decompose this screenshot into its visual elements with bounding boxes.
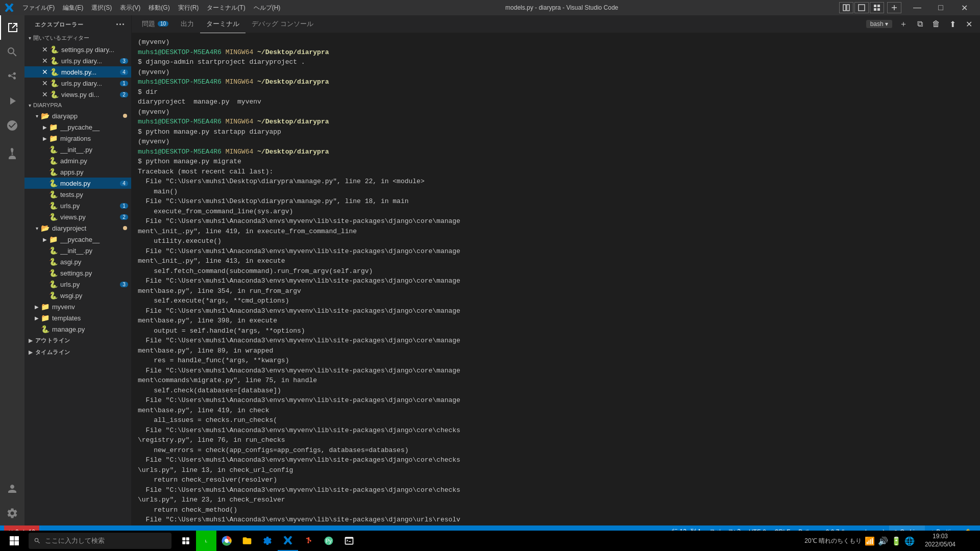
maximize-panel-button[interactable]: ⬆ bbox=[945, 17, 960, 31]
new-terminal-button[interactable]: ＋ bbox=[896, 17, 911, 31]
tree-init2[interactable]: 🐍 __init__.py bbox=[24, 245, 131, 256]
activity-account[interactable] bbox=[0, 477, 24, 501]
tree-init1[interactable]: 🐍 __init__.py bbox=[24, 144, 131, 155]
layout-icon-2[interactable] bbox=[854, 2, 869, 13]
activity-testing[interactable] bbox=[0, 142, 24, 166]
tree-admin[interactable]: 🐍 admin.py bbox=[24, 155, 131, 166]
tab-terminal[interactable]: ターミナル bbox=[200, 15, 246, 33]
tree-diaryproject[interactable]: ▾ 📂 diaryproject bbox=[24, 222, 131, 234]
tree-migrations[interactable]: ▶ 📁 migrations bbox=[24, 133, 131, 144]
activity-explorer[interactable] bbox=[0, 15, 24, 40]
taskbar-app-fileexplorer[interactable] bbox=[237, 531, 257, 551]
close-urls1-icon[interactable]: ✕ bbox=[41, 57, 49, 65]
taskbar-battery-icon[interactable]: 🔋 bbox=[891, 536, 901, 546]
editor-area: 問題 10 出力 ターミナル デバッグ コンソール bash ▾ bbox=[132, 15, 980, 525]
minimize-button[interactable]: — bbox=[905, 0, 929, 15]
show-desktop-button[interactable] bbox=[962, 531, 978, 551]
tree-manage[interactable]: 🐍 manage.py bbox=[24, 323, 131, 335]
taskbar-app-terminal[interactable] bbox=[339, 531, 359, 551]
taskbar-app-line[interactable]: L bbox=[196, 531, 216, 551]
activity-source-control[interactable] bbox=[0, 64, 24, 89]
timeline-section-header[interactable]: ▶ タイムライン bbox=[24, 346, 131, 358]
sidebar: エクスプローラー ··· ▾ 開いているエディター ✕ 🐍 settings.p… bbox=[24, 15, 132, 525]
taskbar-time: 19:03 bbox=[925, 533, 955, 541]
close-button[interactable]: ✕ bbox=[952, 0, 976, 15]
tree-templates[interactable]: ▶ 📁 templates bbox=[24, 312, 131, 323]
menu-edit[interactable]: 編集(E) bbox=[59, 0, 87, 15]
restore-button[interactable]: □ bbox=[929, 0, 952, 15]
menu-terminal[interactable]: ターミナル(T) bbox=[203, 0, 249, 15]
close-settings-icon[interactable]: ✕ bbox=[41, 45, 49, 54]
open-file-models[interactable]: ✕ 🐍 models.py... 4 bbox=[24, 66, 131, 78]
titlebar-controls: — □ ✕ bbox=[839, 0, 976, 15]
folder-arrow-icon: ▾ bbox=[33, 113, 41, 119]
tree-wsgi[interactable]: 🐍 wsgi.py bbox=[24, 290, 131, 301]
py-file-icon: 🐍 bbox=[50, 79, 59, 87]
layout-icon-1[interactable] bbox=[839, 2, 853, 13]
layout-icon-3[interactable] bbox=[870, 2, 884, 13]
tree-urls-proj[interactable]: 🐍 urls.py 3 bbox=[24, 279, 131, 290]
open-editors-label: 開いているエディター bbox=[33, 34, 89, 42]
activity-settings[interactable] bbox=[0, 501, 24, 525]
activity-search[interactable] bbox=[0, 40, 24, 64]
py-file-icon: 🐍 bbox=[49, 258, 58, 266]
tab-debug-console[interactable]: デバッグ コンソール bbox=[246, 15, 320, 33]
activity-run-debug[interactable] bbox=[0, 89, 24, 113]
layout-icon-4[interactable] bbox=[887, 2, 901, 13]
split-terminal-button[interactable]: ⧉ bbox=[913, 17, 927, 31]
folder-icon: 📁 bbox=[49, 134, 58, 142]
menu-file[interactable]: ファイル(F) bbox=[18, 0, 59, 15]
py-file-icon: 🐍 bbox=[49, 246, 58, 255]
outline-section-header[interactable]: ▶ アウトライン bbox=[24, 335, 131, 346]
taskbar-search[interactable]: ここに入力して検索 bbox=[29, 533, 172, 549]
activity-extensions[interactable] bbox=[0, 113, 24, 138]
menu-go[interactable]: 移動(G) bbox=[144, 0, 174, 15]
open-file-settings[interactable]: ✕ 🐍 settings.py diary... bbox=[24, 44, 131, 55]
taskbar-sound-icon[interactable]: 🔊 bbox=[878, 536, 888, 546]
trash-terminal-button[interactable]: 🗑 bbox=[929, 17, 943, 31]
taskbar-taskview[interactable] bbox=[176, 531, 196, 551]
start-button[interactable] bbox=[2, 531, 27, 551]
taskbar-app-chrome[interactable] bbox=[216, 531, 237, 551]
close-panel-button[interactable]: ✕ bbox=[962, 17, 976, 31]
sidebar-more-icon[interactable]: ··· bbox=[116, 19, 125, 30]
open-file-views[interactable]: ✕ 🐍 views.py di... 2 bbox=[24, 89, 131, 100]
close-models-icon[interactable]: ✕ bbox=[41, 68, 49, 76]
close-views-icon[interactable]: ✕ bbox=[41, 90, 49, 98]
tree-pycache1[interactable]: ▶ 📁 __pycache__ bbox=[24, 121, 131, 133]
project-section-header[interactable]: ▾ DIARYPRA bbox=[24, 100, 131, 110]
menu-select[interactable]: 選択(S) bbox=[87, 0, 116, 15]
taskbar-app-python[interactable]: Py bbox=[318, 531, 339, 551]
tree-tests[interactable]: 🐍 tests.py bbox=[24, 189, 131, 200]
tree-settings[interactable]: 🐍 settings.py bbox=[24, 267, 131, 279]
menu-help[interactable]: ヘルプ(H) bbox=[250, 0, 285, 15]
menu-view[interactable]: 表示(V) bbox=[116, 0, 144, 15]
tree-diaryapp[interactable]: ▾ 📂 diaryapp bbox=[24, 110, 131, 121]
taskbar-app-vscode[interactable] bbox=[278, 531, 298, 551]
tree-urls-app[interactable]: 🐍 urls.py 1 bbox=[24, 200, 131, 211]
tree-asgi[interactable]: 🐍 asgi.py bbox=[24, 256, 131, 267]
menu-run[interactable]: 実行(R) bbox=[174, 0, 203, 15]
tab-problems[interactable]: 問題 10 bbox=[136, 15, 175, 33]
close-urls2-icon[interactable]: ✕ bbox=[41, 79, 49, 87]
tab-output[interactable]: 出力 bbox=[175, 15, 200, 33]
tree-views[interactable]: 🐍 views.py 2 bbox=[24, 211, 131, 222]
folder-arrow-icon: ▶ bbox=[33, 304, 41, 310]
bash-dropdown[interactable]: bash ▾ bbox=[866, 20, 892, 28]
problems-badge: 10 bbox=[158, 21, 168, 27]
open-file-urls2[interactable]: ✕ 🐍 urls.py diary... 1 bbox=[24, 78, 131, 89]
open-editors-section[interactable]: ▾ 開いているエディター bbox=[24, 32, 131, 44]
taskbar-right: 20℃ 晴れのちくもり 📶 🔊 🔋 🌐 19:03 2022/05/04 bbox=[800, 531, 978, 551]
tree-apps[interactable]: 🐍 apps.py bbox=[24, 166, 131, 178]
taskbar-wifi-icon[interactable]: 📶 bbox=[865, 536, 875, 546]
folder-open-icon: 📂 bbox=[41, 224, 50, 232]
taskbar: ここに入力して検索 L bbox=[0, 531, 980, 551]
taskbar-app-git[interactable] bbox=[298, 531, 318, 551]
open-file-urls1[interactable]: ✕ 🐍 urls.py diary... 3 bbox=[24, 55, 131, 66]
tree-myvenv[interactable]: ▶ 📁 myvenv bbox=[24, 301, 131, 312]
tree-models[interactable]: 🐍 models.py 4 bbox=[24, 178, 131, 189]
taskbar-app-settings[interactable] bbox=[257, 531, 278, 551]
taskbar-network-icon[interactable]: 🌐 bbox=[904, 536, 915, 546]
taskbar-clock[interactable]: 19:03 2022/05/04 bbox=[919, 533, 962, 548]
tree-pycache2[interactable]: ▶ 📁 __pycache__ bbox=[24, 234, 131, 245]
